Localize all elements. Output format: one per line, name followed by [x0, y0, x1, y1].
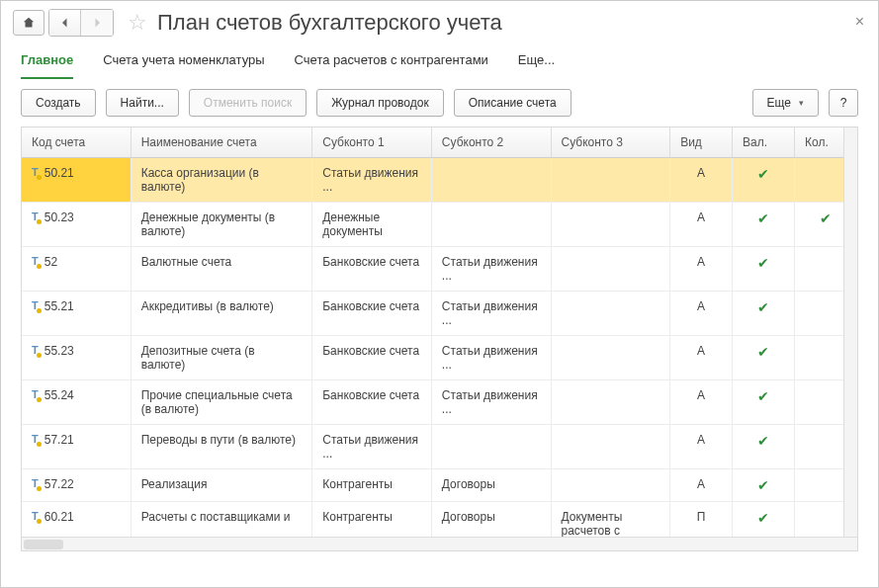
- account-vid: А: [670, 158, 733, 203]
- code-cell: T57.21: [32, 433, 121, 447]
- subkonto3: [551, 158, 670, 203]
- account-code: 50.23: [44, 210, 74, 224]
- code-cell: T55.24: [32, 388, 121, 402]
- subkonto1: Контрагенты: [312, 469, 432, 502]
- account-type-icon: T: [32, 299, 39, 311]
- subkonto1: Банковские счета: [312, 380, 432, 425]
- subkonto3: [551, 292, 670, 336]
- account-type-icon: T: [32, 255, 39, 267]
- subkonto2: [431, 203, 551, 247]
- find-button[interactable]: Найти...: [106, 89, 179, 117]
- subkonto2: Договоры: [431, 469, 551, 502]
- account-code: 50.21: [44, 166, 74, 180]
- cancel-search-button: Отменить поиск: [189, 89, 307, 117]
- check-icon: ✔: [757, 210, 769, 226]
- favorite-star-icon[interactable]: ☆: [128, 10, 147, 36]
- account-code: 52: [44, 255, 57, 269]
- account-type-icon: T: [32, 166, 39, 178]
- vertical-scrollbar[interactable]: [843, 127, 857, 537]
- tab-bar: Главное Счета учета номенклатуры Счета р…: [1, 41, 878, 79]
- subkonto3: [551, 469, 670, 502]
- help-button[interactable]: ?: [829, 89, 858, 117]
- subkonto3: [551, 203, 670, 247]
- account-code: 57.22: [44, 477, 74, 491]
- home-icon: [22, 16, 36, 30]
- account-name: Прочие специальные счета (в валюте): [131, 380, 312, 425]
- check-icon: ✔: [757, 299, 769, 315]
- check-icon: ✔: [820, 210, 832, 226]
- code-cell: T50.23: [32, 210, 121, 224]
- describe-account-button[interactable]: Описание счета: [454, 89, 571, 117]
- account-type-icon: T: [32, 433, 39, 445]
- tab-nomenclature[interactable]: Счета учета номенклатуры: [103, 46, 264, 79]
- check-icon: ✔: [757, 344, 769, 360]
- account-vid: А: [670, 469, 733, 502]
- account-type-icon: T: [32, 210, 39, 222]
- create-button[interactable]: Создать: [21, 89, 96, 117]
- account-name: Реализация: [131, 469, 312, 502]
- account-type-icon: T: [32, 477, 39, 489]
- table-row[interactable]: T50.21Касса организации (в валюте)Статьи…: [22, 158, 857, 203]
- subkonto2: [431, 158, 551, 203]
- subkonto3: [551, 336, 670, 380]
- account-code: 55.24: [44, 388, 74, 402]
- table-row[interactable]: T50.23Денежные документы (в валюте)Денеж…: [22, 203, 857, 247]
- forward-button[interactable]: [81, 10, 113, 36]
- col-name[interactable]: Наименование счета: [131, 127, 312, 158]
- tab-more[interactable]: Еще...: [518, 46, 555, 79]
- code-cell: T55.23: [32, 344, 121, 358]
- close-icon[interactable]: ×: [855, 13, 864, 31]
- col-sub3[interactable]: Субконто 3: [551, 127, 670, 158]
- col-code[interactable]: Код счета: [22, 127, 131, 158]
- subkonto1: Статьи движения ...: [312, 425, 432, 469]
- check-icon: ✔: [757, 433, 769, 449]
- check-icon: ✔: [757, 388, 769, 404]
- home-button[interactable]: [13, 10, 44, 36]
- account-vid: А: [670, 336, 733, 380]
- account-name: Аккредитивы (в валюте): [131, 292, 312, 336]
- col-sub1[interactable]: Субконто 1: [312, 127, 432, 158]
- table-row[interactable]: T52Валютные счетаБанковские счетаСтатьи …: [22, 247, 857, 292]
- table-row[interactable]: T55.24Прочие специальные счета (в валюте…: [22, 380, 857, 425]
- more-button[interactable]: Еще: [752, 89, 819, 117]
- col-vid[interactable]: Вид: [670, 127, 733, 158]
- accounts-table-container: Код счета Наименование счета Субконто 1 …: [21, 126, 858, 551]
- account-vid: А: [670, 247, 733, 292]
- code-cell: T55.21: [32, 299, 121, 313]
- account-code: 55.23: [44, 344, 74, 358]
- table-row[interactable]: T57.21Переводы в пути (в валюте)Статьи д…: [22, 425, 857, 469]
- scrollbar-thumb[interactable]: [24, 540, 63, 549]
- subkonto3: [551, 425, 670, 469]
- account-type-icon: T: [32, 388, 39, 400]
- currency-flag: ✔: [733, 203, 795, 247]
- currency-flag: ✔: [733, 380, 795, 425]
- currency-flag: ✔: [733, 469, 795, 502]
- arrow-left-icon: [59, 17, 71, 29]
- col-val[interactable]: Вал.: [733, 127, 795, 158]
- subkonto3: [551, 247, 670, 292]
- back-button[interactable]: [49, 10, 81, 36]
- currency-flag: ✔: [733, 247, 795, 292]
- account-name: Переводы в пути (в валюте): [131, 425, 312, 469]
- subkonto1: Статьи движения ...: [312, 158, 432, 203]
- table-row[interactable]: T55.21Аккредитивы (в валюте)Банковские с…: [22, 292, 857, 336]
- code-cell: T50.21: [32, 166, 121, 180]
- table-row[interactable]: T57.22РеализацияКонтрагентыДоговорыА✔: [22, 469, 857, 502]
- currency-flag: ✔: [733, 292, 795, 336]
- toolbar: Создать Найти... Отменить поиск Журнал п…: [1, 79, 878, 126]
- col-sub2[interactable]: Субконто 2: [431, 127, 551, 158]
- horizontal-scrollbar[interactable]: [22, 537, 857, 550]
- table-row[interactable]: T55.23Депозитные счета (в валюте)Банковс…: [22, 336, 857, 380]
- account-vid: А: [670, 203, 733, 247]
- code-cell: T60.21: [32, 510, 121, 524]
- journal-button[interactable]: Журнал проводок: [316, 89, 444, 117]
- arrow-right-icon: [91, 17, 103, 29]
- currency-flag: ✔: [733, 336, 795, 380]
- subkonto1: Банковские счета: [312, 336, 432, 380]
- account-vid: А: [670, 292, 733, 336]
- tab-contractors[interactable]: Счета расчетов с контрагентами: [295, 46, 488, 79]
- account-name: Депозитные счета (в валюте): [131, 336, 312, 380]
- tab-main[interactable]: Главное: [21, 46, 73, 79]
- check-icon: ✔: [757, 166, 769, 182]
- account-code: 60.21: [44, 510, 74, 524]
